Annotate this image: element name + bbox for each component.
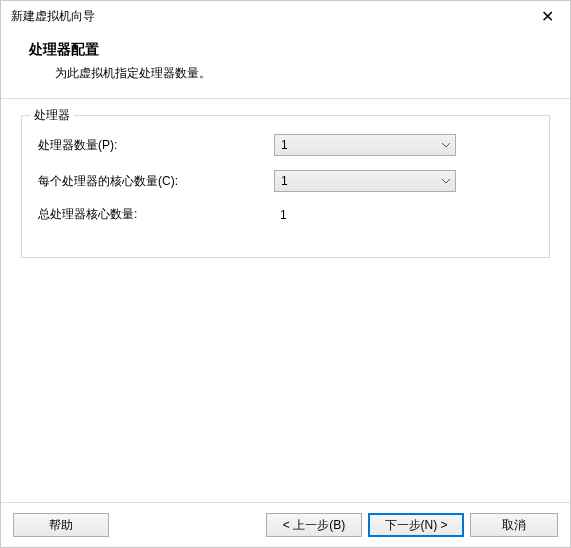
row-processor-count: 处理器数量(P): 1 — [38, 134, 533, 156]
back-button[interactable]: < 上一步(B) — [266, 513, 362, 537]
next-button-label: 下一步(N) > — [385, 517, 448, 534]
processor-group: 处理器 处理器数量(P): 1 每个处理器的核心数量(C): 1 — [21, 115, 550, 258]
titlebar: 新建虚拟机向导 ✕ — [1, 1, 570, 31]
back-button-label: < 上一步(B) — [283, 517, 345, 534]
cores-per-processor-value: 1 — [275, 174, 437, 188]
total-cores-value: 1 — [274, 208, 533, 222]
wizard-window: 新建虚拟机向导 ✕ 处理器配置 为此虚拟机指定处理器数量。 处理器 处理器数量(… — [0, 0, 571, 548]
wizard-footer: 帮助 < 上一步(B) 下一步(N) > 取消 — [1, 502, 570, 547]
row-cores-per-processor: 每个处理器的核心数量(C): 1 — [38, 170, 533, 192]
page-title: 处理器配置 — [29, 41, 570, 59]
total-cores-label: 总处理器核心数量: — [38, 206, 274, 223]
close-button[interactable]: ✕ — [525, 1, 570, 31]
close-icon: ✕ — [541, 7, 554, 26]
content-area: 处理器 处理器数量(P): 1 每个处理器的核心数量(C): 1 — [1, 99, 570, 258]
group-title: 处理器 — [30, 107, 74, 124]
chevron-down-icon — [437, 171, 455, 191]
next-button[interactable]: 下一步(N) > — [368, 513, 464, 537]
processor-count-value: 1 — [275, 138, 437, 152]
wizard-header: 处理器配置 为此虚拟机指定处理器数量。 — [1, 31, 570, 98]
help-button-label: 帮助 — [49, 517, 73, 534]
page-subtitle: 为此虚拟机指定处理器数量。 — [29, 65, 570, 82]
cores-per-processor-select[interactable]: 1 — [274, 170, 456, 192]
processor-count-label: 处理器数量(P): — [38, 137, 274, 154]
window-title: 新建虚拟机向导 — [11, 8, 525, 25]
chevron-down-icon — [437, 135, 455, 155]
cores-per-processor-label: 每个处理器的核心数量(C): — [38, 173, 274, 190]
cancel-button[interactable]: 取消 — [470, 513, 558, 537]
cancel-button-label: 取消 — [502, 517, 526, 534]
help-button[interactable]: 帮助 — [13, 513, 109, 537]
processor-count-select[interactable]: 1 — [274, 134, 456, 156]
row-total-cores: 总处理器核心数量: 1 — [38, 206, 533, 223]
